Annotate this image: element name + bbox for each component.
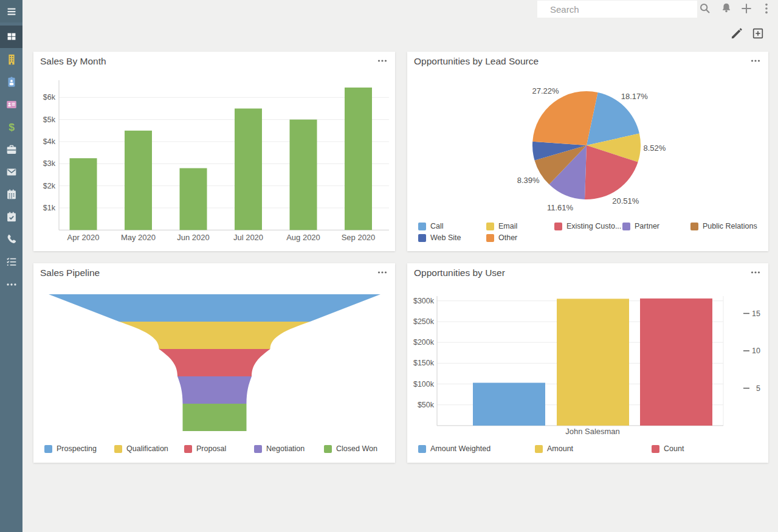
sidebar-item-calendar[interactable] xyxy=(0,183,22,206)
sidebar-item-emails[interactable] xyxy=(0,161,22,183)
panel-sales-pipeline: Sales Pipeline ProspectingQualificationP… xyxy=(33,263,395,463)
pipeline-legend-item-4[interactable]: Closed Won xyxy=(324,444,377,453)
bar-May 2020[interactable] xyxy=(125,131,152,230)
pipeline-legend-item-2[interactable]: Proposal xyxy=(184,444,226,453)
lead-source-legend-item-0[interactable]: Call xyxy=(418,222,444,230)
envelope-icon xyxy=(5,165,18,179)
id-badge-icon xyxy=(5,75,18,89)
bar-Jul 2020[interactable] xyxy=(235,108,262,230)
right-tick-label: 15 xyxy=(752,309,760,318)
plus-icon[interactable] xyxy=(740,2,753,15)
pie-pct-label: 18.17% xyxy=(621,92,649,101)
pipeline-legend-item-0[interactable]: Prospecting xyxy=(44,444,97,453)
bar-amount[interactable] xyxy=(557,299,629,426)
kebab-icon[interactable] xyxy=(760,2,773,15)
user-legend-item-1[interactable]: Amount xyxy=(535,444,573,453)
calendar-check-icon xyxy=(5,210,18,224)
bar-count[interactable] xyxy=(640,299,712,426)
briefcase-icon xyxy=(5,143,18,156)
legend-label: Other xyxy=(498,233,517,242)
lead-source-pie-chart: 18.17%8.52%20.51%11.61%8.39%27.22% xyxy=(407,52,768,251)
legend-swatch xyxy=(184,445,192,453)
sidebar-item-tasks[interactable] xyxy=(0,250,22,273)
funnel-stage-0[interactable] xyxy=(49,294,380,322)
legend-label: Negotiation xyxy=(266,444,305,453)
sidebar-item-contacts[interactable] xyxy=(0,71,22,93)
building-icon xyxy=(5,53,18,66)
pipeline-legend-item-3[interactable]: Negotiation xyxy=(254,444,305,453)
bar-Jun 2020[interactable] xyxy=(180,168,207,230)
lead-source-legend-item-3[interactable]: Partner xyxy=(622,222,659,230)
funnel-stage-1[interactable] xyxy=(119,322,310,349)
legend-label: Prospecting xyxy=(57,444,97,453)
sales-by-month-chart: $1k$2k$3k$4k$5k$6kApr 2020May 2020Jun 20… xyxy=(33,52,395,251)
lead-source-legend-item-2[interactable]: Existing Custo... xyxy=(554,222,621,230)
legend-label: Call xyxy=(430,222,444,230)
user-legend-item-2[interactable]: Count xyxy=(652,444,684,453)
x-tick-label: Jun 2020 xyxy=(177,233,210,242)
bar-Apr 2020[interactable] xyxy=(70,158,97,230)
legend-swatch xyxy=(652,445,659,453)
panel-sales-by-month: Sales By Month $1k$2k$3k$4k$5k$6kApr 202… xyxy=(33,52,395,251)
pie-pct-label: 11.61% xyxy=(547,203,574,212)
sidebar: $ xyxy=(0,0,22,532)
funnel-stage-4[interactable] xyxy=(183,404,247,431)
pie-pct-label: 8.39% xyxy=(517,176,540,185)
sidebar-item-meetings[interactable] xyxy=(0,206,22,228)
x-tick-label: Jul 2020 xyxy=(233,233,263,242)
panel-opportunities-by-user: Opportunities by User $50k$100k$150k$200… xyxy=(407,263,768,463)
legend-swatch xyxy=(254,445,262,453)
lead-source-legend-item-4[interactable]: Public Relations xyxy=(690,222,757,230)
legend-swatch xyxy=(554,223,562,230)
funnel-stage-3[interactable] xyxy=(177,376,252,404)
legend-swatch xyxy=(324,445,332,453)
lead-source-legend-item-6[interactable]: Other xyxy=(486,233,517,242)
legend-label: Count xyxy=(664,444,684,453)
right-tick-label: 5 xyxy=(756,384,760,393)
left-tick-label: $250k xyxy=(413,317,435,326)
bar-Sep 2020[interactable] xyxy=(345,88,372,230)
funnel-stage-2[interactable] xyxy=(159,349,270,376)
bar-Aug 2020[interactable] xyxy=(290,120,317,230)
search-input[interactable] xyxy=(537,1,697,18)
sidebar-item-calls[interactable] xyxy=(0,228,22,250)
pipeline-legend-item-1[interactable]: Qualification xyxy=(114,444,168,453)
sidebar-item-leads[interactable] xyxy=(0,93,22,116)
legend-swatch xyxy=(486,234,494,242)
add-dashlet-icon[interactable] xyxy=(751,27,765,40)
y-tick-label: $5k xyxy=(43,116,56,124)
phone-icon xyxy=(5,233,18,246)
hamburger-icon xyxy=(4,4,19,19)
legend-label: Closed Won xyxy=(336,444,377,453)
pencil-icon[interactable] xyxy=(730,27,743,40)
x-tick-label: Apr 2020 xyxy=(67,233,100,242)
left-tick-label: $150k xyxy=(413,359,435,367)
legend-label: Existing Custo... xyxy=(566,222,621,230)
legend-label: Partner xyxy=(635,222,659,230)
address-card-icon xyxy=(5,98,18,111)
y-tick-label: $1k xyxy=(43,204,56,212)
search-icon[interactable] xyxy=(698,2,712,15)
right-tick-label: 10 xyxy=(752,347,760,355)
ellipsis-icon xyxy=(5,278,18,291)
y-tick-label: $4k xyxy=(43,137,56,146)
lead-source-legend-item-1[interactable]: Email xyxy=(486,222,517,230)
sidebar-item-cases[interactable] xyxy=(0,138,22,161)
sidebar-item-accounts[interactable] xyxy=(0,48,22,71)
sidebar-item-more[interactable] xyxy=(0,273,22,295)
sidebar-item-dashboard[interactable] xyxy=(0,26,22,48)
user-legend-item-0[interactable]: Amount Weighted xyxy=(418,444,491,453)
lead-source-legend-item-5[interactable]: Web Site xyxy=(418,233,461,242)
legend-label: Proposal xyxy=(196,444,226,453)
bar-amount-weighted[interactable] xyxy=(473,383,545,426)
pie-pct-label: 8.52% xyxy=(643,143,666,153)
legend-swatch xyxy=(622,223,630,230)
bell-icon[interactable] xyxy=(720,2,733,15)
pie-slice-6[interactable] xyxy=(532,91,597,145)
legend-swatch xyxy=(114,445,122,453)
left-tick-label: $200k xyxy=(413,338,435,347)
left-tick-label: $50k xyxy=(418,401,435,409)
pie-pct-label: 20.51% xyxy=(612,196,639,206)
sidebar-menu-toggle[interactable] xyxy=(0,0,22,22)
sidebar-item-opportunities[interactable]: $ xyxy=(0,116,22,138)
